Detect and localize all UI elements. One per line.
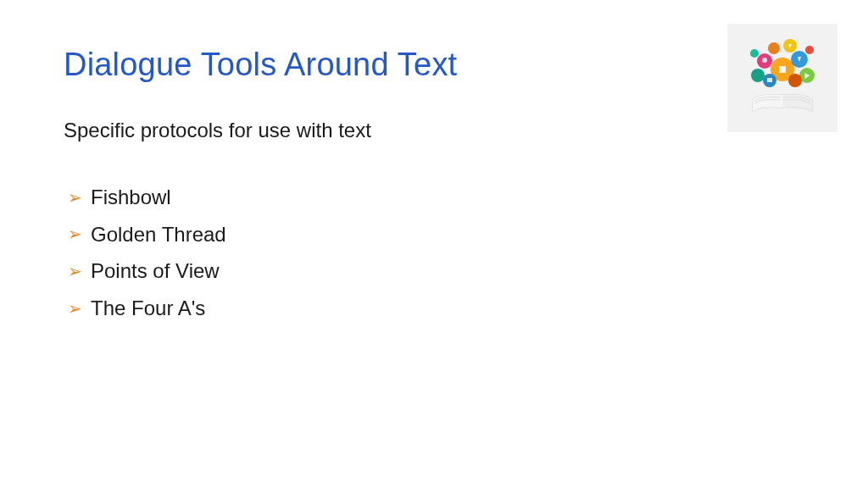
- svg-rect-11: [779, 66, 786, 73]
- list-item: ➢ Points of View: [67, 257, 804, 286]
- bullet-icon: ➢: [67, 297, 82, 320]
- list-item: ➢ The Four A's: [67, 294, 804, 323]
- svg-rect-13: [767, 78, 772, 82]
- bullet-icon: ➢: [67, 186, 82, 209]
- svg-point-10: [805, 46, 814, 54]
- bullet-icon: ➢: [67, 222, 82, 246]
- svg-point-9: [750, 49, 759, 58]
- protocol-list: ➢ Fishbowl ➢ Golden Thread ➢ Points of V…: [64, 183, 804, 322]
- list-item-label: The Four A's: [91, 294, 205, 323]
- list-item-label: Fishbowl: [91, 183, 171, 212]
- list-item: ➢ Fishbowl: [67, 183, 804, 212]
- book-icons-svg: [736, 31, 829, 125]
- svg-point-8: [788, 74, 802, 87]
- svg-point-3: [768, 42, 780, 54]
- list-item-label: Points of View: [91, 257, 220, 286]
- slide: Dialogue Tools Around Text Specific prot…: [0, 0, 868, 488]
- book-icons-image: [727, 24, 837, 132]
- slide-title: Dialogue Tools Around Text: [64, 47, 804, 83]
- list-item: ➢ Golden Thread: [67, 220, 804, 249]
- bullet-icon: ➢: [67, 259, 82, 283]
- list-item-label: Golden Thread: [91, 220, 226, 249]
- slide-subtitle: Specific protocols for use with text: [64, 119, 804, 142]
- svg-point-5: [751, 69, 765, 82]
- svg-point-12: [762, 58, 767, 63]
